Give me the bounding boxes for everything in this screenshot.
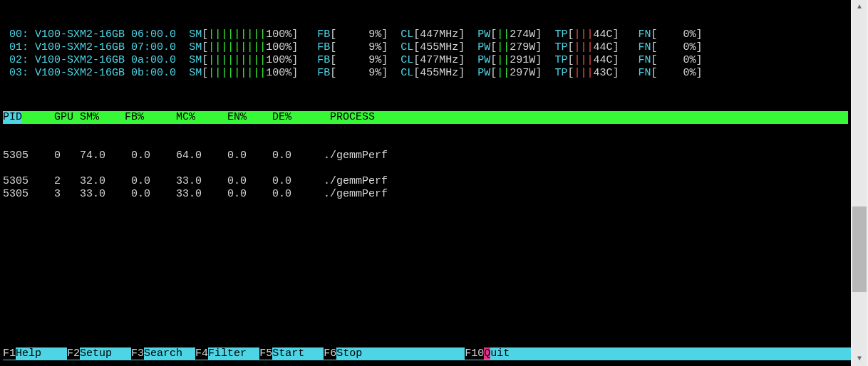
terminal-window: 00: V100-SXM2-16GB 06:00.0 SM[|||||||||1… [0,0,851,366]
menu-item-filter[interactable]: Filter [208,347,259,360]
menu-key-f3[interactable]: F3 [131,347,144,360]
menu-key-f2[interactable]: F2 [67,347,80,360]
menu-key-f5[interactable]: F5 [259,347,272,360]
menu-item-stop[interactable]: Stop [336,347,465,360]
menu-key-f10[interactable]: F10 [465,347,484,360]
menu-item-help[interactable]: Help [16,347,67,360]
scrollbar-thumb[interactable] [852,206,867,292]
function-key-menu: F1Help F2Setup F3Search F4Filter F5Start… [3,347,851,360]
menu-key-f1[interactable]: F1 [3,347,16,360]
process-row[interactable]: 5305 3 33.0 0.0 33.0 0.0 0.0 ./gemmPerf [3,188,848,201]
menu-key-f4[interactable]: F4 [195,347,208,360]
process-row[interactable]: 5305 2 32.0 0.0 33.0 0.0 0.0 ./gemmPerf [3,175,848,188]
process-row[interactable]: 5305 0 74.0 0.0 64.0 0.0 0.0 ./gemmPerf [3,150,848,162]
menu-item-start[interactable]: Start [272,347,324,360]
process-table-body: 5305 0 74.0 0.0 64.0 0.0 0.0 ./gemmPerf … [3,150,848,201]
gpu-row: 00: V100-SXM2-16GB 06:00.0 SM[|||||||||1… [3,28,848,41]
menu-item-search[interactable]: Search [144,347,195,360]
gpu-row: 01: V100-SXM2-16GB 07:00.0 SM[|||||||||1… [3,41,848,54]
gpu-row: 02: V100-SXM2-16GB 0a:00.0 SM[|||||||||1… [3,54,848,67]
vertical-scrollbar[interactable]: ▲ ▼ [852,0,867,366]
menu-item-quit[interactable]: Q [484,347,490,360]
process-table-header: PID GPU SM% FB% MC% EN% DE% PROCESS [3,111,848,124]
process-row[interactable] [3,162,848,175]
menu-key-f6[interactable]: F6 [324,347,336,360]
scroll-up-arrow[interactable]: ▲ [852,0,867,14]
scroll-down-arrow[interactable]: ▼ [852,352,867,366]
menu-item-quit-rest[interactable]: uit [490,347,868,360]
gpu-status-block: 00: V100-SXM2-16GB 06:00.0 SM[|||||||||1… [3,28,848,80]
gpu-row: 03: V100-SXM2-16GB 0b:00.0 SM[|||||||||1… [3,67,848,80]
menu-item-setup[interactable]: Setup [80,347,131,360]
